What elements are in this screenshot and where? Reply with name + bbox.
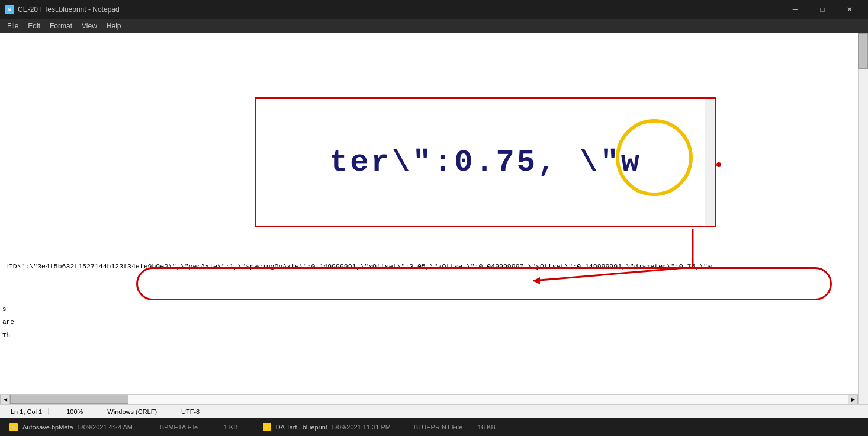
horizontal-scrollbar[interactable]: ◀ ▶ [0,394,858,404]
file-name-2: DA Tart...blueprint [276,424,327,431]
file-icon-2: B [263,423,271,431]
window-title: CE-20T Test.blueprint - Notepad [18,5,782,14]
vertical-scrollbar[interactable] [858,33,868,404]
menu-view[interactable]: View [77,21,102,31]
status-encoding: UTF-8 [175,408,205,415]
file-row-2[interactable]: B DA Tart...blueprint 5/09/2021 11:31 PM… [258,421,512,433]
left-text-s: s [2,303,14,316]
maximize-button[interactable]: □ [809,0,836,19]
window-controls: ─ □ ✕ [782,0,863,19]
taskbar: B Autosave.bpMeta 5/09/2021 4:24 AM BPME… [0,418,868,436]
main-text-content: lID\":\"3e4f5b632f1527144b123f34efe9b9e0… [5,262,712,270]
file-type-1: BPMETA File [160,424,219,431]
menu-help[interactable]: Help [102,21,126,31]
zoom-box-text: ter\":0.75, \"w [329,145,642,180]
file-name-1: Autosave.bpMeta [22,424,73,431]
menu-edit[interactable]: Edit [23,21,45,31]
red-dot [716,162,721,167]
svg-marker-2 [533,277,540,284]
scroll-track [10,395,848,404]
scroll-right-button[interactable]: ▶ [848,395,858,405]
scroll-thumb[interactable] [10,395,128,404]
app-icon: N [5,5,14,14]
scrollbar-thumb[interactable] [858,33,868,69]
menu-bar: File Edit Format View Help [0,19,868,33]
status-zoom: 100% [60,408,89,415]
file-icon-1: B [9,423,18,431]
main-text-line: lID\":\"3e4f5b632f1527144b123f34efe9b9e0… [0,261,858,272]
zoom-scrollbar[interactable] [705,99,715,226]
close-button[interactable]: ✕ [836,0,863,19]
file-date-1: 5/09/2021 4:24 AM [78,424,155,431]
left-text-th: Th [2,329,14,342]
content-wrapper: ter\":0.75, \"w lID\":\"3e4f5b632f152714… [0,33,868,404]
title-bar: N CE-20T Test.blueprint - Notepad ─ □ ✕ [0,0,868,19]
menu-file[interactable]: File [2,21,23,31]
file-row-1[interactable]: B Autosave.bpMeta 5/09/2021 4:24 AM BPME… [5,421,258,433]
status-line-ending: Windows (CRLF) [101,408,163,415]
left-text-are: are [2,316,14,329]
menu-format[interactable]: Format [45,21,77,31]
content-area: ter\":0.75, \"w lID\":\"3e4f5b632f152714… [0,33,868,404]
zoom-box: ter\":0.75, \"w [255,97,716,227]
status-position: Ln 1, Col 1 [5,408,49,415]
file-type-2: BLUEPRINT File [414,424,473,431]
minimize-button[interactable]: ─ [782,0,809,19]
left-partial-text: s are Th [0,303,14,342]
file-size-2: 16 KB [478,424,507,431]
file-size-1: 1 KB [224,424,253,431]
status-bar: Ln 1, Col 1 100% Windows (CRLF) UTF-8 [0,404,868,418]
scroll-left-button[interactable]: ◀ [0,395,10,405]
file-date-2: 5/09/2021 11:31 PM [332,424,409,431]
red-oval-highlight [136,267,832,300]
